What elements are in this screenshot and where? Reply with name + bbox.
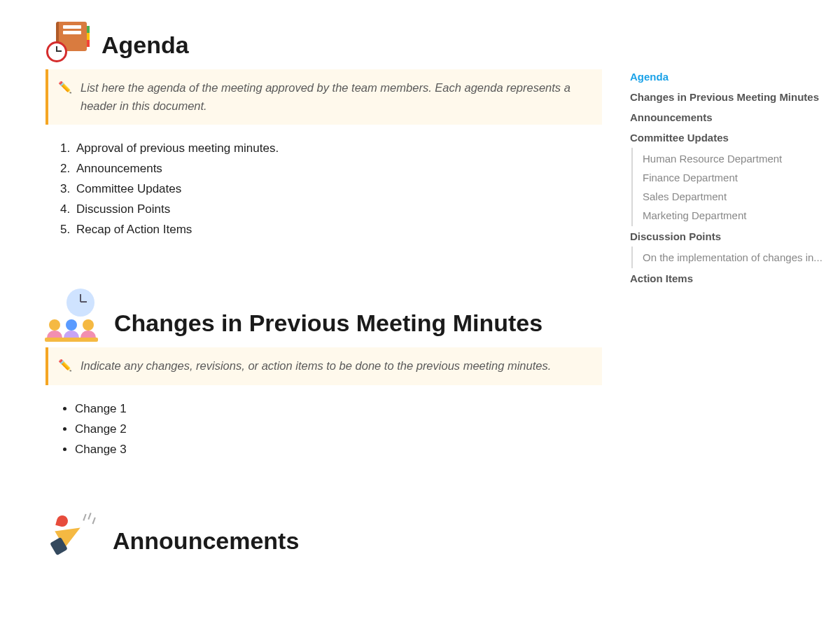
agenda-callout: ✏️ List here the agenda of the meeting a… — [46, 69, 602, 125]
outline-item[interactable]: Committee Updates — [630, 127, 834, 148]
list-item[interactable]: Recap of Action Items — [74, 223, 602, 237]
outline-item[interactable]: Announcements — [630, 107, 834, 127]
section-agenda: Agenda ✏️ List here the agenda of the me… — [46, 18, 602, 237]
list-item[interactable]: Change 2 — [75, 422, 602, 436]
outline-subitem[interactable]: Sales Department — [643, 187, 834, 206]
outline-item[interactable]: Action Items — [630, 268, 834, 289]
changes-heading: Changes in Previous Meeting Minutes — [114, 310, 542, 339]
megaphone-icon — [46, 506, 100, 557]
agenda-callout-text: List here the agenda of the meeting appr… — [80, 79, 589, 115]
outline-item[interactable]: Changes in Previous Meeting Minutes — [630, 87, 834, 107]
document-main: Agenda ✏️ List here the agenda of the me… — [0, 0, 630, 617]
changes-callout-text: Indicate any changes, revisions, or acti… — [80, 357, 551, 375]
outline-subgroup: Human Resource DepartmentFinance Departm… — [631, 148, 834, 226]
list-item[interactable]: Committee Updates — [74, 182, 602, 196]
outline-subgroup: On the implementation of changes in... — [631, 247, 834, 268]
agenda-heading: Agenda — [102, 32, 189, 61]
list-item[interactable]: Discussion Points — [74, 202, 602, 216]
heading-row: Changes in Previous Meeting Minutes — [46, 286, 602, 339]
section-changes: Changes in Previous Meeting Minutes ✏️ I… — [46, 286, 602, 457]
pencil-icon: ✏️ — [58, 359, 72, 372]
list-item[interactable]: Change 3 — [75, 443, 602, 457]
agenda-ordered-list: Approval of previous meeting minutes. An… — [46, 141, 602, 237]
outline-subitem[interactable]: Marketing Department — [643, 206, 834, 225]
outline-subitem[interactable]: On the implementation of changes in... — [643, 248, 834, 267]
changes-bullet-list: Change 1 Change 2 Change 3 — [46, 402, 602, 457]
heading-row: Agenda — [46, 18, 602, 61]
pencil-icon: ✏️ — [58, 81, 72, 94]
announcements-heading: Announcements — [113, 528, 299, 557]
meeting-clock-icon — [46, 286, 102, 339]
heading-row: Announcements — [46, 506, 602, 557]
list-item[interactable]: Announcements — [74, 162, 602, 176]
outline-item[interactable]: Discussion Points — [630, 226, 834, 247]
list-item[interactable]: Change 1 — [75, 402, 602, 416]
list-item[interactable]: Approval of previous meeting minutes. — [74, 141, 602, 155]
outline-item[interactable]: Agenda — [630, 67, 834, 87]
changes-callout: ✏️ Indicate any changes, revisions, or a… — [46, 347, 602, 385]
outline-subitem[interactable]: Human Resource Department — [643, 149, 834, 168]
agenda-notebook-icon — [46, 18, 89, 61]
outline-subitem[interactable]: Finance Department — [643, 168, 834, 187]
section-announcements: Announcements — [46, 506, 602, 557]
outline-sidebar: AgendaChanges in Previous Meeting Minute… — [630, 0, 840, 617]
